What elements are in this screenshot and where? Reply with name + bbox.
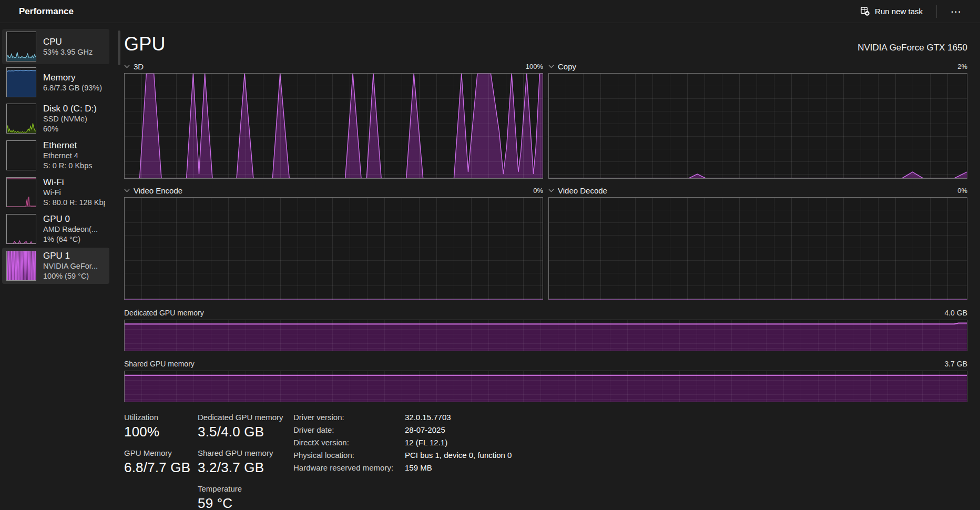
gpu-detail-panel: GPU NVIDIA GeForce GTX 1650 3D 100% Copy… bbox=[111, 23, 980, 510]
sidebar-item-title: Wi-Fi bbox=[43, 177, 105, 188]
panel-scrollbar[interactable] bbox=[118, 30, 120, 65]
toolbar-divider bbox=[936, 5, 937, 18]
performance-sidebar: CPU 53% 3.95 GHz Memory 6.8/7.3 GB (93%)… bbox=[0, 23, 111, 510]
chart-value-3d: 100% bbox=[526, 63, 543, 70]
wifi-mini-chart bbox=[6, 177, 36, 207]
info-value-hardware-reserved-memory: 159 MB bbox=[405, 463, 512, 472]
page-title: Performance bbox=[19, 6, 74, 17]
chart-video-decode bbox=[548, 197, 967, 300]
shared-memory-chart bbox=[124, 371, 967, 402]
shared-memory-max: 3.7 GB bbox=[944, 360, 967, 368]
stat-value-dedicated-memory: 3.5/4.0 GB bbox=[198, 424, 293, 440]
chart-title-copy: Copy bbox=[558, 62, 576, 71]
window-plus-icon bbox=[861, 7, 870, 16]
panel-title: GPU bbox=[124, 33, 166, 56]
stat-value-shared-memory: 3.2/3.7 GB bbox=[198, 460, 293, 476]
info-value-directx-version: 12 (FL 12.1) bbox=[405, 438, 512, 447]
stat-value-temperature: 59 °C bbox=[198, 495, 293, 510]
info-label-driver-version: Driver version: bbox=[293, 413, 399, 422]
sidebar-item-stat: S: 80.0 R: 128 Kbp bbox=[43, 198, 105, 208]
sidebar-item-title: GPU 0 bbox=[43, 213, 98, 225]
sidebar-item-stat: S: 0 R: 0 Kbps bbox=[43, 161, 93, 171]
ethernet-mini-chart bbox=[6, 140, 36, 170]
gpu0-mini-chart bbox=[6, 214, 36, 244]
stat-value-gpu-memory: 6.8/7.7 GB bbox=[124, 460, 198, 476]
chart-video-encode bbox=[124, 197, 543, 300]
chevron-down-icon[interactable] bbox=[124, 189, 130, 192]
gpu-device-name: NVIDIA GeForce GTX 1650 bbox=[858, 43, 967, 56]
disk-mini-chart bbox=[6, 104, 36, 134]
stat-label-temperature: Temperature bbox=[198, 484, 293, 493]
info-value-physical-location: PCI bus 1, device 0, function 0 bbox=[405, 451, 512, 460]
sidebar-item-ethernet[interactable]: Ethernet Ethernet 4 S: 0 R: 0 Kbps bbox=[2, 137, 109, 174]
sidebar-item-gpu1[interactable]: GPU 1 NVIDIA GeFor... 100% (59 °C) bbox=[2, 248, 109, 284]
chevron-down-icon[interactable] bbox=[548, 189, 554, 192]
stat-label-dedicated-memory: Dedicated GPU memory bbox=[198, 413, 293, 422]
top-bar: Performance Run new task ⋯ bbox=[0, 0, 980, 23]
info-label-physical-location: Physical location: bbox=[293, 451, 399, 460]
chart-3d bbox=[124, 73, 543, 179]
chart-value-copy: 2% bbox=[957, 63, 967, 70]
sidebar-item-stat: 53% 3.95 GHz bbox=[43, 47, 93, 57]
sidebar-item-title: Ethernet bbox=[43, 140, 93, 151]
chart-title-3d: 3D bbox=[134, 62, 144, 71]
stat-label-utilization: Utilization bbox=[124, 413, 198, 422]
chevron-down-icon[interactable] bbox=[548, 65, 554, 68]
sidebar-item-stat: 6.8/7.3 GB (93%) bbox=[43, 83, 102, 93]
run-new-task-label: Run new task bbox=[875, 7, 923, 16]
stat-label-gpu-memory: GPU Memory bbox=[124, 448, 198, 457]
sidebar-item-stat: 1% (64 °C) bbox=[43, 234, 98, 244]
run-new-task-button[interactable]: Run new task bbox=[855, 4, 928, 19]
stat-value-utilization: 100% bbox=[124, 424, 198, 440]
chart-value-video-decode: 0% bbox=[957, 187, 967, 195]
stat-label-shared-memory: Shared GPU memory bbox=[198, 448, 293, 457]
info-value-driver-date: 28-07-2025 bbox=[405, 425, 512, 434]
sidebar-item-stat: 100% (59 °C) bbox=[43, 271, 98, 281]
sidebar-item-gpu0[interactable]: GPU 0 AMD Radeon(... 1% (64 °C) bbox=[2, 211, 109, 247]
sidebar-item-title: GPU 1 bbox=[43, 250, 98, 261]
sidebar-item-stat: 60% bbox=[43, 124, 97, 134]
sidebar-item-subtitle: Ethernet 4 bbox=[43, 151, 93, 161]
gpu1-mini-chart bbox=[6, 251, 36, 281]
sidebar-item-wifi[interactable]: Wi-Fi Wi-Fi S: 80.0 R: 128 Kbp bbox=[2, 174, 109, 210]
chart-copy bbox=[548, 73, 967, 179]
sidebar-item-subtitle: SSD (NVMe) bbox=[43, 114, 97, 124]
sidebar-item-title: Memory bbox=[43, 72, 102, 83]
cpu-mini-chart bbox=[6, 32, 36, 62]
chevron-down-icon[interactable] bbox=[124, 65, 130, 68]
sidebar-item-disk0[interactable]: Disk 0 (C: D:) SSD (NVMe) 60% bbox=[2, 100, 109, 137]
chart-title-video-decode: Video Decode bbox=[558, 186, 607, 195]
shared-memory-label: Shared GPU memory bbox=[124, 360, 195, 368]
sidebar-item-subtitle: Wi-Fi bbox=[43, 188, 105, 198]
memory-mini-chart bbox=[6, 67, 36, 97]
sidebar-item-subtitle: NVIDIA GeFor... bbox=[43, 261, 98, 271]
driver-info: Driver version: 32.0.15.7703 Driver date… bbox=[293, 413, 512, 510]
dedicated-memory-label: Dedicated GPU memory bbox=[124, 309, 204, 317]
info-label-driver-date: Driver date: bbox=[293, 425, 399, 434]
more-menu-button[interactable]: ⋯ bbox=[945, 4, 966, 19]
info-value-driver-version: 32.0.15.7703 bbox=[405, 413, 512, 422]
sidebar-item-subtitle: AMD Radeon(... bbox=[43, 225, 98, 234]
dedicated-memory-max: 4.0 GB bbox=[944, 309, 967, 317]
dedicated-memory-chart bbox=[124, 320, 967, 351]
top-bar-actions: Run new task ⋯ bbox=[855, 4, 966, 19]
sidebar-item-memory[interactable]: Memory 6.8/7.3 GB (93%) bbox=[2, 65, 109, 100]
info-label-hardware-reserved-memory: Hardware reserved memory: bbox=[293, 463, 399, 472]
chart-title-video-encode: Video Encode bbox=[134, 186, 182, 195]
sidebar-item-title: CPU bbox=[43, 36, 93, 47]
sidebar-item-title: Disk 0 (C: D:) bbox=[43, 103, 97, 114]
sidebar-item-cpu[interactable]: CPU 53% 3.95 GHz bbox=[2, 29, 109, 64]
chart-value-video-encode: 0% bbox=[533, 187, 543, 195]
info-label-directx-version: DirectX version: bbox=[293, 438, 399, 447]
